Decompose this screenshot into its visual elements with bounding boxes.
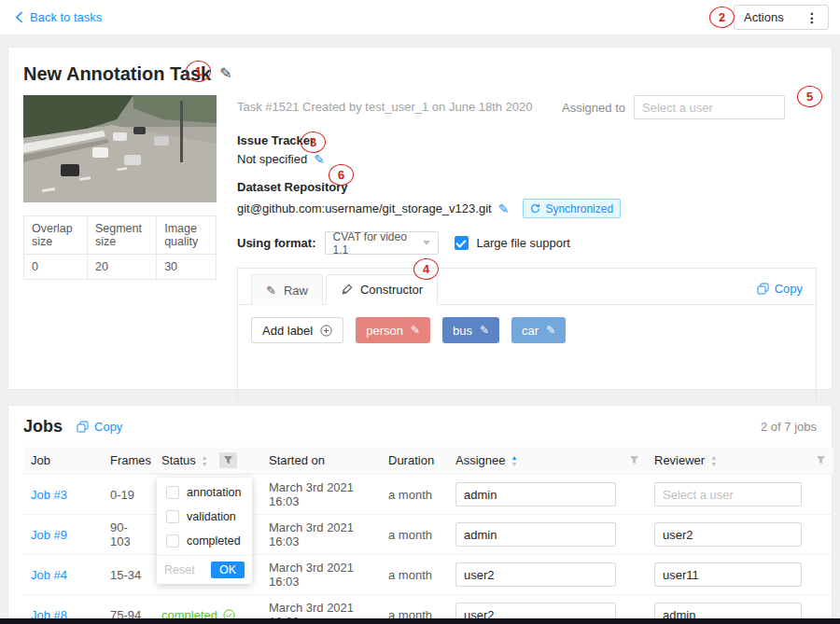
task-detail-card: New Annotation Task ✎ [7,47,833,390]
filter-option-validation[interactable]: validation [157,505,252,529]
assignee-select[interactable] [455,522,616,547]
sync-status-badge: Synchronized [523,199,621,218]
assignee-sort-icon[interactable] [511,454,517,467]
task-title: New Annotation Task [23,63,211,85]
column-header-assignee: Assignee [455,453,505,467]
plus-circle-icon [320,325,332,337]
column-header-duration: Duration [381,447,448,475]
format-select-value: CVAT for video 1.1 [333,230,423,257]
task-preview-image [23,95,217,202]
task-meta: Task #1521 Created by test_user_1 on Jun… [237,95,533,114]
job-link[interactable]: Job #9 [31,528,67,542]
checkbox-validation[interactable] [166,510,179,523]
duration-cell: a month [381,475,448,515]
constructor-tab-label: Constructor [360,283,423,297]
copy-jobs-button[interactable]: Copy [77,420,122,434]
assignee-select[interactable] [455,562,616,587]
assignee-select[interactable] [455,482,616,506]
jobs-count: 2 of 7 jobs [761,420,817,434]
started-cell: March 3rd 2021 16:03 [261,555,381,595]
job-link[interactable]: Job #4 [31,568,67,582]
jobs-card: Jobs Copy 2 of 7 jobs Job Frames Status [7,405,833,624]
table-row: Job #9 90-103 March 3rd 2021 16:03 a mon… [23,515,833,555]
copy-labels-button[interactable]: Copy [757,282,803,296]
large-file-checkbox[interactable] [455,236,469,250]
label-name: car [522,324,539,338]
labels-editor: ✎ Raw Constructor [237,268,817,409]
sync-badge-label: Synchronized [545,202,613,215]
param-value-segment: 20 [87,255,156,280]
add-label-label: Add label [262,324,313,338]
frames-cell: 0-19 [103,475,154,515]
column-header-started: Started on [261,447,381,475]
column-header-frames: Frames [103,447,154,475]
back-to-tasks-link[interactable]: Back to tasks [15,10,102,24]
filter-option-completed[interactable]: completed [157,529,252,553]
table-row: Job #4 15-34 March 3rd 2021 16:03 a mont… [23,555,833,595]
filter-funnel-icon [816,455,826,465]
assignee-input[interactable] [634,95,785,119]
edit-label-icon[interactable]: ✎ [546,325,555,336]
filter-option-annotation[interactable]: annotation [157,480,252,505]
table-row: Job #3 0-19 March 3rd 2021 16:03 a month [23,475,833,515]
actions-button[interactable]: Actions ⋮ [734,5,829,30]
reviewer-filter-button[interactable] [816,455,826,465]
caret-down-icon [423,241,430,245]
format-select[interactable]: CVAT for video 1.1 [325,231,439,255]
duration-cell: a month [381,515,448,555]
task-parameters-table: Overlap size Segment size Image quality … [23,215,217,280]
filter-funnel-icon [629,455,639,465]
filter-funnel-icon [223,455,233,465]
tab-raw[interactable]: ✎ Raw [251,274,323,305]
label-chip-bus[interactable]: bus ✎ [442,317,499,343]
label-chip-person[interactable]: person ✎ [356,317,430,343]
reset-button[interactable]: Reset [164,563,195,576]
status-filter-button[interactable] [219,452,237,468]
started-cell: March 3rd 2021 16:03 [261,515,381,555]
dataset-repository-value: git@github.com:username/git_storage_v123… [237,201,492,215]
reviewer-sort-icon[interactable] [710,454,717,467]
edit-issue-tracker-icon[interactable]: ✎ [314,153,325,166]
issue-tracker-value: Not specified [237,152,307,166]
job-link[interactable]: Job #3 [31,488,67,502]
checkbox-annotation[interactable] [166,486,179,499]
dataset-repository-label: Dataset Repository [237,180,817,194]
raw-tab-icon: ✎ [266,284,276,297]
column-header-status: Status [161,453,196,467]
label-name: bus [453,324,472,338]
filter-option-label: validation [187,510,236,523]
edit-label-icon[interactable]: ✎ [480,325,489,336]
jobs-table: Job Frames Status Started on Duration [23,447,833,624]
constructor-icon [341,284,353,296]
ok-button[interactable]: OK [211,562,245,578]
param-value-overlap: 0 [24,255,88,280]
edit-title-icon[interactable]: ✎ [219,66,231,81]
add-label-button[interactable]: Add label [251,317,343,343]
chevron-left-icon [15,11,23,23]
edit-label-icon[interactable]: ✎ [411,325,420,336]
label-chip-car[interactable]: car ✎ [511,317,566,343]
reviewer-select[interactable] [654,562,802,587]
label-name: person [366,324,403,338]
copy-icon [77,421,89,433]
bottom-divider [0,618,840,624]
started-cell: March 3rd 2021 16:03 [261,475,381,515]
filter-option-label: annotation [187,486,241,499]
status-sort-icon[interactable] [202,454,208,467]
status-filter-dropdown: annotation validation completed Reset OK [157,478,252,584]
large-file-label: Large file support [477,236,570,250]
ellipsis-icon: ⋮ [805,10,819,25]
copy-jobs-label: Copy [94,420,122,434]
reviewer-select[interactable] [654,482,802,506]
duration-cell: a month [381,555,448,595]
column-header-reviewer: Reviewer [654,453,705,467]
frames-cell: 90-103 [103,515,154,555]
assignee-filter-button[interactable] [629,455,639,465]
checkbox-completed[interactable] [166,534,179,548]
param-header-segment: Segment size [87,216,156,255]
param-header-quality: Image quality [157,216,217,255]
param-header-overlap: Overlap size [24,216,88,255]
reviewer-select[interactable] [654,522,802,547]
using-format-label: Using format: [237,236,316,250]
edit-repository-icon[interactable]: ✎ [498,202,510,215]
